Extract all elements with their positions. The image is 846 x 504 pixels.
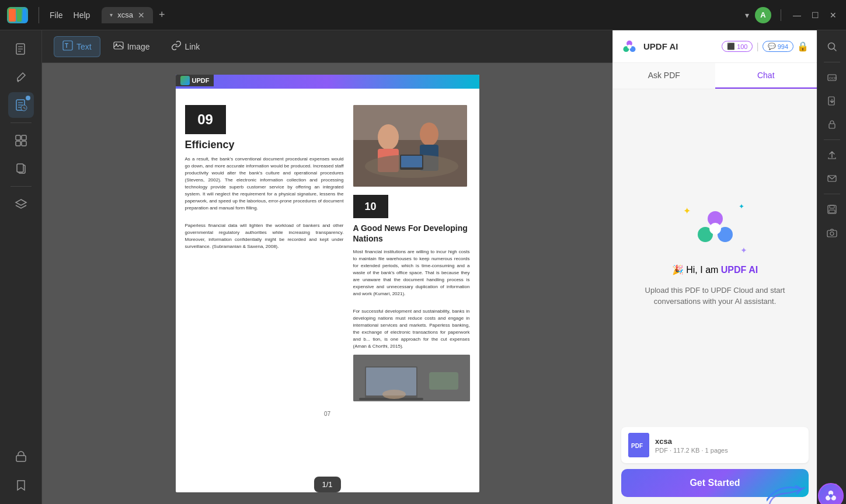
svg-rect-19 [16,456,26,461]
ask-pdf-tab[interactable]: Ask PDF [613,63,715,89]
rs-camera-icon[interactable] [821,222,842,243]
ai-credits: ⬛ 100 | 💬 994 🔒 [722,41,809,52]
tab-dropdown-icon: ▾ [110,12,113,18]
text-tool-button[interactable]: T Text [54,36,100,57]
ai-description: Upload this PDF to UPDF Cloud and start … [625,285,805,307]
tab-xcsa[interactable]: ▾ xcsa ✕ [102,7,153,23]
image-icon [113,40,124,53]
ai-floating-button[interactable] [818,483,844,504]
section1-body2: Paperless financial data will lighten th… [185,222,344,250]
pdf-image-inner-1 [353,105,467,187]
tab-close-icon[interactable]: ✕ [138,10,145,20]
sparkle-2-icon: ✦ [739,202,744,211]
svg-point-42 [628,44,632,48]
sidebar-icon-pages[interactable] [8,36,34,62]
greeting-brand: UPDF AI [721,265,758,275]
pdf-image-2 [353,355,470,401]
pdf-info-card: PDF xcsa PDF · 117.2 KB · 1 pages [621,427,809,463]
svg-point-28 [420,123,438,146]
svg-rect-63 [827,230,837,237]
section1-title: Efficiency [185,139,344,151]
svg-point-64 [830,232,834,236]
pdf-info-text: xcsa PDF · 117.2 KB · 1 pages [655,437,802,454]
rs-share-icon[interactable] [821,145,842,166]
svg-point-26 [378,124,399,150]
get-started-container: Get Started [621,469,809,497]
svg-rect-58 [829,124,835,128]
tb-divider [781,9,781,21]
svg-rect-62 [829,210,835,213]
credit-badge-purple: ⬛ 100 [722,41,753,52]
svg-rect-1 [17,9,22,22]
svg-text:✎: ✎ [22,106,26,110]
sidebar-icon-layout[interactable] [8,128,34,153]
sidebar-icon-edit[interactable]: ✎ [8,92,34,118]
credit-badge-blue: 💬 994 [763,41,793,52]
ai-sparkle-area: ✦ ✦ ✦ [680,202,750,255]
main-layout: ✎ [0,30,846,504]
rs-search-icon[interactable] [821,36,842,57]
greeting-emoji: 🎉 [672,265,684,275]
text-icon: T [62,40,73,53]
sidebar-icon-brush[interactable] [8,64,34,90]
credit-blue-icon: 💬 [768,43,776,50]
rs-save-icon[interactable] [821,199,842,220]
center-area: T Text Image [42,30,612,504]
credit-purple-value: 100 [737,43,747,50]
pdf-image-1 [353,105,467,187]
rs-extract-icon[interactable] [821,90,842,111]
sidebar-divider-2 [11,186,32,187]
sidebar-divider-1 [11,123,32,123]
section1-num-box: 09 [185,105,226,134]
get-started-button[interactable]: Get Started [621,469,809,497]
link-tool-button[interactable]: Link [163,37,208,57]
rs-divider-1 [824,62,840,62]
file-menu[interactable]: File [50,10,63,20]
tab-area: ▾ xcsa ✕ + [102,7,165,23]
svg-point-46 [709,223,721,235]
maximize-button[interactable]: ☐ [809,10,821,20]
svg-text:PDF: PDF [631,443,643,449]
dropdown-icon[interactable]: ▾ [745,10,749,20]
svg-rect-0 [9,9,16,22]
svg-rect-18 [17,164,23,172]
sidebar-icon-stacks[interactable] [8,444,34,470]
image-tool-button[interactable]: Image [105,37,158,57]
sidebar-icon-bookmark[interactable] [8,473,34,498]
window-close-button[interactable]: ✕ [827,10,839,20]
tab-label: xcsa [117,10,133,19]
svg-text:OCR: OCR [829,76,837,80]
rs-mail-icon[interactable] [821,168,842,189]
sidebar-icon-copy[interactable] [8,156,34,181]
ai-panel: UPDF AI ⬛ 100 | 💬 994 🔒 Ask PDF Chat [612,30,817,504]
avatar[interactable]: A [755,7,771,23]
help-menu[interactable]: Help [74,10,90,20]
pdf-banner [176,75,479,89]
pdf-page-label: 07 [176,411,479,422]
chat-tab[interactable]: Chat [715,63,817,89]
sidebar-bottom [8,444,34,498]
pdf-page: UPDF 09 Efficiency As a result, the bank… [176,75,479,492]
svg-rect-16 [22,141,26,146]
credit-purple-icon: ⬛ [727,43,735,50]
rs-ocr-icon[interactable]: OCR [821,67,842,88]
add-tab-button[interactable]: + [159,9,165,21]
pdf-logo-icon [180,76,190,85]
ai-tabs: Ask PDF Chat [613,63,817,89]
pdf-logo-text: UPDF [192,77,210,84]
minimize-button[interactable]: — [791,10,803,20]
rs-lock-icon[interactable] [821,114,842,135]
section2-body: Most financial institutions are willing … [353,249,470,298]
svg-line-54 [834,48,836,51]
text-tool-label: Text [76,42,92,51]
rs-divider-3 [824,194,840,194]
link-icon [171,40,182,53]
ai-flower-icon [695,208,736,249]
sidebar-icon-layers[interactable] [8,191,34,217]
svg-point-52 [829,494,833,498]
svg-rect-13 [16,135,20,140]
pdf-viewer[interactable]: UPDF 09 Efficiency As a result, the bank… [42,63,612,504]
lock-icon[interactable]: 🔒 [797,41,809,52]
notification-dot [26,96,30,100]
right-sidebar: OCR [817,30,846,504]
